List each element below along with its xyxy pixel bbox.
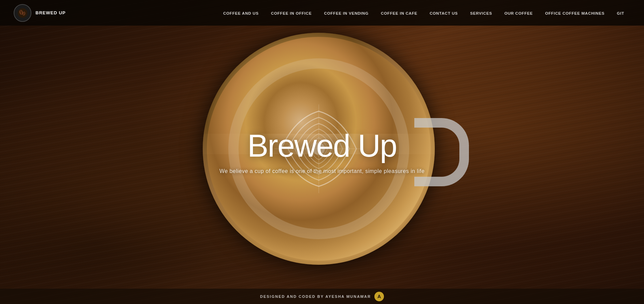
footer-avatar: A	[374, 292, 384, 301]
nav-link-office-coffee-machines[interactable]: OFFICE COFFEE MACHINES	[539, 11, 611, 15]
brand-link[interactable]: BREWED UP	[14, 4, 66, 22]
nav-link-our-coffee[interactable]: OUR COFFEE	[498, 11, 539, 15]
nav-link-coffee-and-us[interactable]: COFFEE AND US	[217, 11, 265, 15]
coffee-cup-container	[203, 33, 442, 272]
nav-item-7: OFFICE COFFEE MACHINES	[539, 10, 611, 16]
cup-handle	[414, 118, 469, 186]
nav-item-8: GIT	[611, 10, 630, 16]
nav-link-coffee-in-vending[interactable]: COFFEE IN VENDING	[318, 11, 375, 15]
nav-item-6: OUR COFFEE	[498, 10, 539, 16]
latte-art	[220, 50, 418, 248]
hero-section: BREWED UP COFFEE AND USCOFFEE IN OFFICEC…	[0, 0, 644, 304]
footer-strip: DESIGNED AND CODED BY AYESHA MUNAWAR A	[0, 289, 644, 304]
brand-name: BREWED UP	[35, 10, 66, 15]
nav-item-2: COFFEE IN VENDING	[318, 10, 375, 16]
nav-link-services[interactable]: SERVICES	[464, 11, 498, 15]
nav-item-5: SERVICES	[464, 10, 498, 16]
footer-credit-text: DESIGNED AND CODED BY AYESHA MUNAWAR	[260, 294, 371, 299]
nav-link-git[interactable]: GIT	[611, 11, 630, 15]
navbar: BREWED UP COFFEE AND USCOFFEE IN OFFICEC…	[0, 0, 644, 26]
nav-item-0: COFFEE AND US	[217, 10, 265, 16]
nav-item-4: CONTACT US	[424, 10, 464, 16]
nav-link-coffee-in-office[interactable]: COFFEE IN OFFICE	[265, 11, 318, 15]
nav-links: COFFEE AND USCOFFEE IN OFFICECOFFEE IN V…	[217, 10, 630, 16]
nav-link-coffee-in-cafe[interactable]: COFFEE IN CAFE	[375, 11, 424, 15]
coffee-cup	[203, 33, 442, 272]
brand-logo	[14, 4, 31, 22]
nav-item-3: COFFEE IN CAFE	[375, 10, 424, 16]
nav-link-contact-us[interactable]: CONTACT US	[424, 11, 464, 15]
nav-item-1: COFFEE IN OFFICE	[265, 10, 318, 16]
cup-outer	[203, 33, 435, 265]
